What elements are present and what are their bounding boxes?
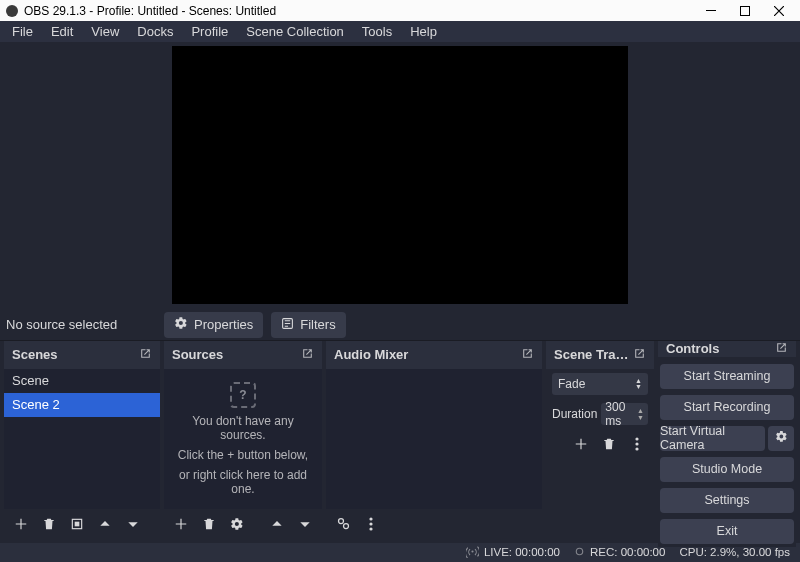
svg-point-7 xyxy=(369,517,372,520)
duration-value: 300 ms xyxy=(605,400,637,428)
dock-audio-mixer: Audio Mixer xyxy=(326,341,542,539)
scene-down-button[interactable] xyxy=(122,513,144,535)
add-source-button[interactable] xyxy=(170,513,192,535)
dock-controls-header: Controls xyxy=(658,341,796,357)
transition-menu-button[interactable] xyxy=(626,433,648,455)
sources-list[interactable]: ? You don't have any sources. Click the … xyxy=(164,369,322,509)
dock-transitions-title: Scene Transiti… xyxy=(554,347,633,362)
add-transition-button[interactable] xyxy=(570,433,592,455)
app-logo-icon xyxy=(6,5,18,17)
menu-view[interactable]: View xyxy=(83,22,127,41)
source-toolbar: No source selected Properties Filters xyxy=(0,310,800,341)
popout-icon[interactable] xyxy=(775,341,788,357)
svg-point-13 xyxy=(576,548,582,554)
status-live-text: LIVE: 00:00:00 xyxy=(484,546,560,558)
settings-button[interactable]: Settings xyxy=(660,488,794,513)
question-icon: ? xyxy=(230,382,256,408)
menu-tools[interactable]: Tools xyxy=(354,22,400,41)
filters-button[interactable]: Filters xyxy=(271,312,345,338)
source-properties-button[interactable] xyxy=(226,513,248,535)
status-cpu-text: CPU: 2.9%, 30.00 fps xyxy=(679,546,790,558)
source-down-button[interactable] xyxy=(294,513,316,535)
scene-filters-button[interactable] xyxy=(66,513,88,535)
menu-docks[interactable]: Docks xyxy=(129,22,181,41)
transition-select[interactable]: Fade ▲▼ xyxy=(552,373,648,395)
svg-point-5 xyxy=(338,519,343,524)
maximize-button[interactable] xyxy=(728,0,762,21)
broadcast-icon xyxy=(466,545,479,560)
dock-mixer-title: Audio Mixer xyxy=(334,347,408,362)
source-up-button[interactable] xyxy=(266,513,288,535)
sources-empty-line: You don't have any sources. xyxy=(170,414,316,442)
svg-point-10 xyxy=(635,437,638,440)
sources-empty-line: or right click here to add one. xyxy=(170,468,316,496)
menu-help[interactable]: Help xyxy=(402,22,445,41)
gear-icon xyxy=(775,430,788,446)
sources-footer xyxy=(164,509,322,539)
select-arrows-icon: ▲▼ xyxy=(635,378,642,390)
transitions-body: Fade ▲▼ Duration 300 ms ▲▼ xyxy=(546,369,654,539)
menu-scene-collection[interactable]: Scene Collection xyxy=(238,22,352,41)
stepper-arrows-icon: ▲▼ xyxy=(637,407,644,421)
svg-rect-0 xyxy=(706,10,716,11)
start-virtual-camera-button[interactable]: Start Virtual Camera xyxy=(660,426,765,451)
menu-bar: File Edit View Docks Profile Scene Colle… xyxy=(0,21,800,42)
docks-row: Scenes Scene Scene 2 Sources ? You don't… xyxy=(0,341,800,543)
popout-icon[interactable] xyxy=(139,347,152,363)
menu-file[interactable]: File xyxy=(4,22,41,41)
dock-sources: Sources ? You don't have any sources. Cl… xyxy=(164,341,322,539)
start-recording-button[interactable]: Start Recording xyxy=(660,395,794,420)
close-button[interactable] xyxy=(762,0,796,21)
preview-area xyxy=(0,42,800,310)
start-streaming-button[interactable]: Start Streaming xyxy=(660,364,794,389)
svg-point-11 xyxy=(635,442,638,445)
svg-point-8 xyxy=(369,522,372,525)
window-title: OBS 29.1.3 - Profile: Untitled - Scenes:… xyxy=(24,4,694,18)
popout-icon[interactable] xyxy=(301,347,314,363)
record-icon xyxy=(574,546,585,559)
dock-sources-title: Sources xyxy=(172,347,223,362)
status-live: LIVE: 00:00:00 xyxy=(466,545,560,560)
dock-scenes-header: Scenes xyxy=(4,341,160,369)
dock-transitions: Scene Transiti… Fade ▲▼ Duration 300 ms … xyxy=(546,341,654,539)
filters-label: Filters xyxy=(300,317,335,332)
menu-profile[interactable]: Profile xyxy=(183,22,236,41)
studio-mode-button[interactable]: Studio Mode xyxy=(660,457,794,482)
mixer-advanced-button[interactable] xyxy=(332,513,354,535)
scene-item[interactable]: Scene xyxy=(4,369,160,393)
delete-scene-button[interactable] xyxy=(38,513,60,535)
scene-item[interactable]: Scene 2 xyxy=(4,393,160,417)
sources-empty-line: Click the + button below, xyxy=(178,448,308,462)
virtual-camera-settings-button[interactable] xyxy=(768,426,794,451)
scenes-list[interactable]: Scene Scene 2 xyxy=(4,369,160,509)
delete-source-button[interactable] xyxy=(198,513,220,535)
svg-point-12 xyxy=(635,447,638,450)
video-preview[interactable] xyxy=(172,46,628,304)
popout-icon[interactable] xyxy=(521,347,534,363)
add-scene-button[interactable] xyxy=(10,513,32,535)
status-rec-text: REC: 00:00:00 xyxy=(590,546,665,558)
delete-transition-button[interactable] xyxy=(598,433,620,455)
status-cpu: CPU: 2.9%, 30.00 fps xyxy=(679,546,790,558)
sources-empty-state: ? You don't have any sources. Click the … xyxy=(164,369,322,509)
mixer-body xyxy=(326,369,542,509)
status-rec: REC: 00:00:00 xyxy=(574,546,665,559)
dock-transitions-header: Scene Transiti… xyxy=(546,341,654,369)
mixer-menu-button[interactable] xyxy=(360,513,382,535)
gear-icon xyxy=(174,316,188,333)
dock-scenes-title: Scenes xyxy=(12,347,58,362)
duration-label: Duration xyxy=(552,407,597,421)
dock-controls-title: Controls xyxy=(666,341,719,356)
svg-rect-4 xyxy=(75,522,80,527)
scene-up-button[interactable] xyxy=(94,513,116,535)
minimize-button[interactable] xyxy=(694,0,728,21)
duration-stepper[interactable]: 300 ms ▲▼ xyxy=(601,403,648,425)
properties-button[interactable]: Properties xyxy=(164,312,263,338)
controls-body: Start Streaming Start Recording Start Vi… xyxy=(658,357,796,547)
exit-button[interactable]: Exit xyxy=(660,519,794,544)
dock-scenes: Scenes Scene Scene 2 xyxy=(4,341,160,539)
popout-icon[interactable] xyxy=(633,347,646,363)
dock-controls: Controls Start Streaming Start Recording… xyxy=(658,341,796,539)
svg-point-6 xyxy=(343,524,348,529)
menu-edit[interactable]: Edit xyxy=(43,22,81,41)
